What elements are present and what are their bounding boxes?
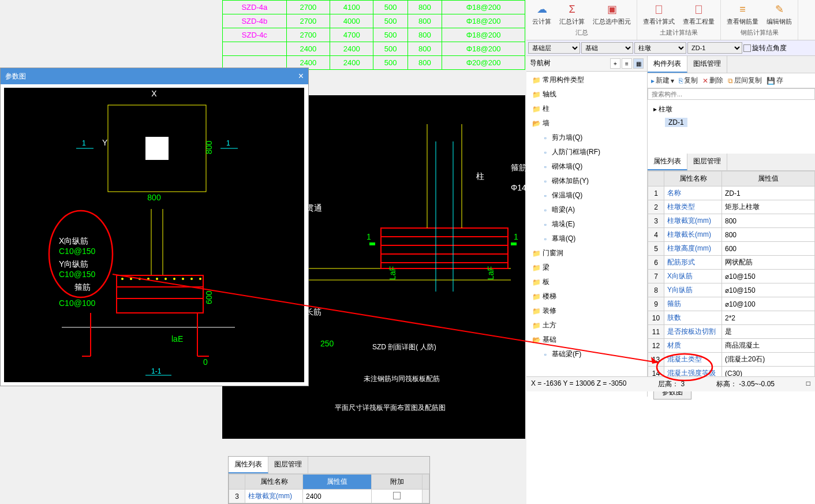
ribbon-button[interactable]: ⎕查看工程量 [679,1,718,27]
ribbon-button[interactable]: ▣汇总选中图元 [589,1,634,27]
property-row[interactable]: 11是否按板边切割是 [648,325,815,339]
tree-item-label: 柱 [543,104,549,114]
delete-button[interactable]: ✕删除 [702,76,723,85]
tree-item[interactable]: ▫基础梁(F) [528,347,646,361]
tree-item[interactable]: 📁柱 [528,102,646,116]
laf-right: LaF [486,266,495,280]
item-icon: ▫ [541,134,549,142]
property-row[interactable]: 3柱墩截宽(mm)800 [648,214,815,228]
property-row[interactable]: 12材质商品混凝土 [648,339,815,353]
status-square: □ [806,379,810,389]
type-select[interactable]: 柱墩 [634,42,686,54]
tree-item[interactable]: 📁板 [528,275,646,289]
ribbon-button[interactable]: ⎕查看计算式 [640,1,678,27]
tree-item[interactable]: 📁门窗洞 [528,246,646,260]
ribbon-button[interactable]: Σ汇总计算 [556,1,588,27]
tree-item-label: 剪力墙(Q) [552,133,582,143]
tree-item[interactable]: ▫保温墙(Q) [528,188,646,203]
dim-width: 800 [147,193,161,202]
property-row[interactable]: 5柱墩高度(mm)600 [648,242,815,256]
new-button[interactable]: ▸新建▾ [651,76,674,85]
ribbon-button[interactable]: ☁云计算 [529,1,555,27]
tree-item[interactable]: 📁常用构件类型 [528,73,646,87]
tree-item[interactable]: 📁土方 [528,318,646,333]
bottom-prop-row[interactable]: 3 柱墩截宽(mm) 2400 [229,490,429,503]
property-row[interactable]: 10肢数2*2 [648,311,815,325]
param-drawing[interactable]: X Y 800 800 1 1 [4,88,304,382]
folder-icon: 📁 [532,307,540,315]
floor-info: 层高： 3 [658,379,685,389]
tree-add-icon[interactable]: + [610,58,620,69]
bottom-tab-property[interactable]: 属性列表 [229,457,268,473]
cad-data-table: SZD-4a27004100500800Φ18@200SZD-4b2700400… [222,0,525,70]
layer-copy-button[interactable]: ⧉层间复制 [728,76,762,85]
ribbon-button[interactable]: ≡查看钢筋量 [723,1,762,27]
folder-icon: 📁 [532,293,540,301]
tree-item[interactable]: ▫砌体加筋(Y) [528,174,646,188]
tree-item[interactable]: ▫剪力墙(Q) [528,130,646,145]
property-row[interactable]: 1名称ZD-1 [648,186,815,200]
save-button[interactable]: 💾存 [767,76,783,85]
property-row[interactable]: 7X向纵筋⌀10@150 [648,270,815,283]
floor-select[interactable]: 基础层 [528,42,580,54]
tree-item[interactable]: 📂墙 [528,116,646,130]
item-icon: ▫ [541,221,549,229]
note-2: 平面尺寸详筏板平面布置图及配筋图 [335,404,446,412]
close-icon[interactable]: × [298,71,304,81]
property-row[interactable]: 9箍筋⌀10@100 [648,297,815,311]
tree-item-label: 基础梁(F) [552,349,581,359]
sec-height: 600 [204,290,214,304]
property-row[interactable]: 13混凝土类型(混凝土20石) [648,353,815,367]
ribbon-label: 查看工程量 [683,17,715,26]
tree-grid-icon[interactable]: ▦ [633,58,644,69]
tree-item-label: 轴线 [543,89,556,99]
hoop-rebar-label: 箍筋 [74,282,91,292]
rotation-checkbox-label[interactable]: 旋转点角度 [743,42,787,54]
ribbon-button[interactable]: ✎编辑钢筋 [763,1,795,27]
tree-item[interactable]: ▫墙垛(E) [528,217,646,232]
tree-item[interactable]: ▫人防门框墙(RF) [528,145,646,159]
ribbon-label: 查看钢筋量 [727,17,758,26]
item-icon: ▫ [541,177,549,185]
ribbon-icon: Σ [565,2,579,16]
tree-item-label: 楼梯 [543,292,556,301]
tree-item[interactable]: 📁梁 [528,260,646,275]
tree-item[interactable]: ▫砌体墙(Q) [528,159,646,174]
tab-property-list[interactable]: 属性列表 [648,154,687,170]
tab-drawing-manage[interactable]: 图纸管理 [687,56,727,73]
ribbon-group: ⎕查看计算式⎕查看工程量土建计算结果 [637,0,721,40]
copy-button[interactable]: ⎘复制 [679,76,698,85]
comp-tree-root[interactable]: ▸ 柱墩 [651,103,812,115]
tree-item-label: 人防门框墙(RF) [552,147,600,157]
tree-list-icon[interactable]: ≡ [622,58,632,69]
dialog-titlebar[interactable]: 参数图 × [1,68,308,84]
bottom-tab-layer[interactable]: 图层管理 [268,457,308,473]
component-select[interactable]: ZD-1 [687,42,742,54]
checkbox-icon[interactable] [393,492,401,499]
svg-rect-19 [117,275,203,313]
bottom-extra-header: 附加 [372,475,423,490]
property-row[interactable]: 2柱墩类型矩形上柱墩 [648,200,815,214]
item-icon: ▫ [541,206,549,214]
component-search-input[interactable] [648,88,815,100]
tab-layer-manage[interactable]: 图层管理 [687,154,727,170]
tree-item[interactable]: ▫暗梁(A) [528,203,646,217]
tab-component-list[interactable]: 构件列表 [648,56,687,73]
property-row[interactable]: 6配筋形式网状配筋 [648,256,815,270]
comp-tree-selected[interactable]: ZD-1 [665,118,687,127]
ribbon-label: 汇总计算 [559,17,585,26]
ribbon-label: 云计算 [532,17,551,26]
property-row[interactable]: 4柱墩截长(mm)800 [648,228,815,242]
phi14-label: Φ14 [511,183,525,192]
category-select[interactable]: 基础 [581,42,633,54]
folder-icon: 📁 [532,322,540,330]
svg-point-24 [139,278,141,280]
tree-item[interactable]: 📁装修 [528,304,646,318]
tree-item[interactable]: 📁轴线 [528,87,646,102]
tree-item[interactable]: ▫幕墙(Q) [528,232,646,246]
svg-point-22 [121,278,124,280]
property-row[interactable]: 8Y向纵筋⌀10@150 [648,283,815,297]
tree-item[interactable]: 📁楼梯 [528,289,646,304]
folder-icon: 📁 [532,264,540,272]
tree-item[interactable]: 📂基础 [528,333,646,347]
